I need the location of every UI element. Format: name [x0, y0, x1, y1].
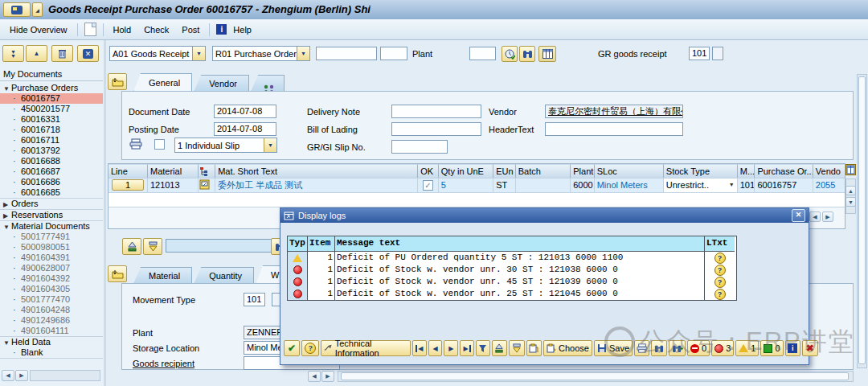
- dialog-titlebar[interactable]: Display logs ✕: [280, 208, 809, 223]
- log-ltxt-cell[interactable]: ?: [705, 264, 735, 276]
- tree-item-po[interactable]: ·60016685: [0, 187, 103, 198]
- tree-item-md[interactable]: ·4901604392: [0, 273, 103, 284]
- movement-type-header-input[interactable]: 101: [689, 47, 710, 60]
- line-number-button[interactable]: 1: [112, 179, 144, 191]
- tree-item-po[interactable]: ·60016687: [0, 166, 103, 177]
- reference-doc-input[interactable]: [316, 47, 377, 60]
- table-scroll-left2[interactable]: ◀: [809, 211, 821, 222]
- purchase-order-cell[interactable]: 60016757: [755, 179, 813, 192]
- error-count-button[interactable]: 3: [711, 340, 734, 356]
- find-next-button[interactable]: [669, 340, 686, 356]
- stock-type-cell[interactable]: Unrestrict..▼: [664, 179, 738, 192]
- main-vscrollbar[interactable]: [857, 74, 867, 368]
- log-ltxt-cell[interactable]: ?: [705, 276, 735, 288]
- col-header-eun[interactable]: EUn: [493, 164, 516, 178]
- tree-item-po-selected[interactable]: ·60016757: [0, 93, 103, 104]
- tree-item-po[interactable]: ·60016331: [0, 114, 103, 125]
- tree-item-md[interactable]: ·5000980051: [0, 242, 103, 253]
- col-header-sloc[interactable]: SLoc: [595, 164, 664, 178]
- posting-date-input[interactable]: 2014-07-08: [214, 122, 276, 136]
- material-cell[interactable]: 121013: [148, 179, 199, 192]
- warning-count-button[interactable]: 1: [735, 340, 759, 356]
- sloc-cell[interactable]: Minol Meters: [595, 179, 664, 192]
- next-page-button[interactable]: ▶: [444, 340, 458, 356]
- reference-select[interactable]: R01 Purchase Order▼: [212, 46, 310, 61]
- dialog-close-button[interactable]: ✕: [792, 209, 805, 222]
- close-header-button[interactable]: [108, 73, 127, 90]
- stop-count-button[interactable]: 0: [687, 340, 710, 356]
- item-row[interactable]: 1 121013 委外加工 半成品 测试 ✓ 5 ST 6000 Minol M…: [108, 178, 845, 192]
- sort-up-button[interactable]: [492, 340, 507, 356]
- tree-item-md[interactable]: ·4901249686: [0, 315, 103, 326]
- tab-quantity[interactable]: Quantity: [194, 267, 254, 284]
- transaction-select[interactable]: A01 Goods Receipt▼: [109, 46, 206, 61]
- delivery-note-input[interactable]: [391, 105, 481, 118]
- movement-type-input[interactable]: 101: [244, 293, 265, 306]
- choose-button[interactable]: Choose: [543, 340, 592, 356]
- help-button[interactable]: Help: [230, 23, 255, 36]
- tab-partners[interactable]: [251, 75, 285, 92]
- tree-item-po[interactable]: ·60016711: [0, 135, 103, 146]
- m-cell[interactable]: 101: [738, 179, 755, 192]
- sort-ascending-button[interactable]: [122, 238, 141, 255]
- ok-checkbox[interactable]: ✓: [423, 180, 433, 191]
- tree-item-po[interactable]: ·60016688: [0, 156, 103, 166]
- technical-information-button[interactable]: Technical Information: [321, 340, 411, 356]
- plant-cell[interactable]: 6000: [571, 179, 594, 192]
- vendor-display-field[interactable]: 泰克尼尔密封件贸易（上海）有限公..: [545, 105, 683, 118]
- delete-button[interactable]: [51, 45, 73, 62]
- expand-button[interactable]: ▲: [26, 45, 47, 62]
- tree-item-md[interactable]: ·4901604305: [0, 284, 103, 294]
- close-overview-button[interactable]: ✕: [77, 45, 99, 62]
- col-header-vendor[interactable]: Vendo: [813, 164, 845, 178]
- long-text-question-icon[interactable]: ?: [714, 265, 726, 276]
- hide-overview-button[interactable]: Hide Overview: [6, 23, 71, 36]
- col-header-ok[interactable]: OK: [418, 164, 439, 178]
- copy-button[interactable]: [526, 340, 542, 356]
- log-ltxt-cell[interactable]: ?: [705, 252, 735, 264]
- titlebar-dropdown-button[interactable]: ◢: [32, 2, 43, 17]
- print-log-button[interactable]: [634, 340, 649, 356]
- post-button[interactable]: Post: [178, 23, 203, 36]
- main-hscrollbar[interactable]: [338, 371, 854, 382]
- sort-down-button[interactable]: [509, 340, 524, 356]
- special-stock-input[interactable]: [712, 47, 723, 60]
- detail-icon-cell[interactable]: [199, 179, 216, 192]
- overview-grid-button[interactable]: [538, 46, 556, 62]
- hold-button[interactable]: Hold: [110, 23, 135, 36]
- save-button[interactable]: Save: [594, 340, 633, 356]
- tree-section-reservations[interactable]: ▶Reservations: [0, 209, 103, 220]
- execute-button[interactable]: [502, 46, 518, 62]
- tree-item-po[interactable]: ·60016718: [0, 125, 103, 135]
- plant-filter-input[interactable]: [469, 47, 496, 60]
- col-header-short-text[interactable]: Mat. Short Text: [215, 164, 418, 178]
- vendor-cell[interactable]: 2055: [813, 179, 845, 192]
- system-menu-button[interactable]: [3, 2, 31, 17]
- close-detail-button[interactable]: [108, 265, 127, 282]
- print-checkbox[interactable]: [154, 139, 165, 150]
- main-scroll-right[interactable]: ▶: [321, 371, 334, 382]
- log-row[interactable]: 1 Deficit of Stock w. vendor unr. 45 ST …: [288, 276, 736, 288]
- tree-item-md[interactable]: ·4900628007: [0, 263, 103, 273]
- col-header-purchase-order[interactable]: Purchase Or...: [755, 164, 813, 178]
- tree-item-po[interactable]: ·60013792: [0, 146, 103, 156]
- tree-item-md[interactable]: ·4901604391: [0, 253, 103, 263]
- ok-cell[interactable]: ✓: [418, 179, 439, 192]
- last-page-button[interactable]: ▶: [460, 340, 474, 356]
- sort-descending-button[interactable]: [143, 238, 162, 255]
- tree-item-held[interactable]: ·Blank: [0, 347, 103, 359]
- first-page-button[interactable]: ◀: [412, 340, 427, 356]
- document-date-input[interactable]: 2014-07-08: [214, 105, 276, 118]
- sidebar-scroll-right[interactable]: ▶: [15, 370, 28, 381]
- log-ltxt-cell[interactable]: ?: [705, 288, 735, 300]
- main-vscroll-thumb[interactable]: [858, 76, 866, 364]
- short-text-cell[interactable]: 委外加工 半成品 测试: [215, 179, 418, 192]
- batch-cell[interactable]: [516, 179, 571, 192]
- table-scroll-right2[interactable]: ▶: [822, 211, 833, 222]
- col-header-m[interactable]: M...: [738, 164, 755, 178]
- tree-item-md[interactable]: ·5001777470: [0, 294, 103, 305]
- col-header-material[interactable]: Material: [148, 164, 199, 178]
- tree-section-material-documents[interactable]: ▼Material Documents: [0, 220, 103, 232]
- table-scroll-down[interactable]: ▼: [845, 197, 856, 207]
- sidebar-scroll-left[interactable]: ◀: [2, 370, 14, 381]
